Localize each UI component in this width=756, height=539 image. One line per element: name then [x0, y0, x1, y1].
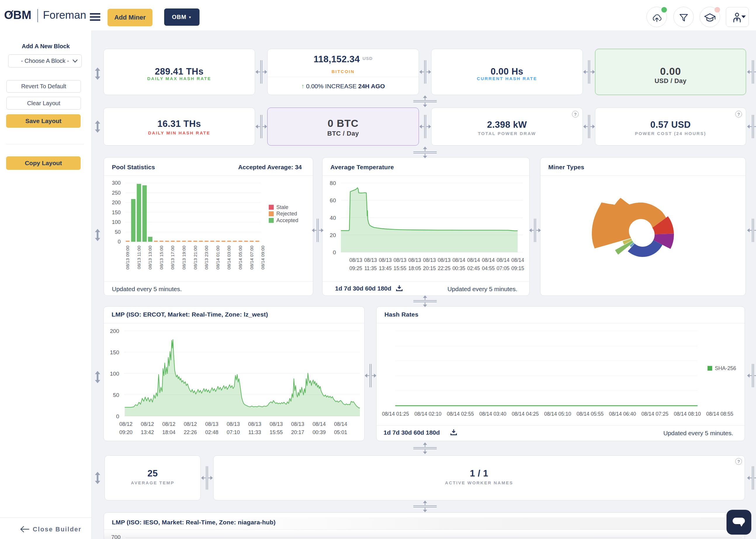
svg-text:08/13 13:00: 08/13 13:00	[148, 246, 153, 270]
svg-text:08/14: 08/14	[452, 257, 465, 263]
svg-text:150: 150	[112, 209, 121, 215]
svg-text:08/13 21:00: 08/13 21:00	[193, 246, 198, 270]
svg-text:22:25: 22:25	[438, 266, 451, 271]
svg-text:08/13: 08/13	[270, 421, 283, 427]
svg-text:250: 250	[112, 190, 121, 196]
svg-text:08/13: 08/13	[408, 257, 421, 263]
svg-text:08/13: 08/13	[248, 421, 261, 427]
svg-text:08/14 09:00: 08/14 09:00	[260, 246, 265, 270]
svg-text:0: 0	[116, 413, 119, 420]
svg-text:SHA-256: SHA-256	[715, 365, 736, 371]
svg-text:08/13: 08/13	[291, 421, 304, 427]
svg-text:09:15: 09:15	[512, 266, 524, 271]
svg-text:08/14: 08/14	[334, 421, 347, 427]
svg-text:08/14 06:40: 08/14 06:40	[609, 411, 636, 417]
svg-text:150: 150	[110, 349, 119, 355]
svg-text:Stale: Stale	[276, 204, 288, 210]
svg-text:08/12: 08/12	[119, 421, 132, 427]
svg-text:08/14: 08/14	[467, 257, 480, 263]
svg-text:20:17: 20:17	[291, 429, 304, 435]
svg-text:13:45: 13:45	[379, 266, 392, 271]
svg-text:08/13: 08/13	[227, 421, 240, 427]
svg-text:08/14 08:55: 08/14 08:55	[706, 411, 733, 417]
svg-text:08/14 01:25: 08/14 01:25	[382, 411, 409, 417]
svg-text:11:35: 11:35	[364, 266, 377, 271]
svg-text:08/13: 08/13	[393, 257, 406, 263]
svg-text:09:25: 09:25	[349, 266, 362, 271]
svg-text:08/13: 08/13	[205, 421, 218, 427]
svg-text:15:55: 15:55	[393, 266, 406, 271]
svg-text:100: 100	[110, 371, 119, 377]
svg-text:08/13 11:00: 08/13 11:00	[136, 246, 141, 269]
svg-text:20:15: 20:15	[423, 266, 436, 271]
svg-text:50: 50	[113, 392, 119, 398]
svg-text:08/13: 08/13	[364, 257, 377, 263]
svg-text:08/14 05:55: 08/14 05:55	[577, 411, 603, 417]
svg-text:07:10: 07:10	[227, 429, 240, 435]
svg-text:08/14: 08/14	[482, 257, 495, 263]
svg-text:08/14: 08/14	[512, 257, 524, 263]
svg-text:Rejected: Rejected	[276, 211, 297, 217]
svg-text:08/13: 08/13	[438, 257, 451, 263]
svg-text:02:45: 02:45	[467, 266, 480, 271]
svg-text:0: 0	[118, 239, 121, 245]
svg-text:08/13: 08/13	[423, 257, 436, 263]
svg-text:08/13 09:00: 08/13 09:00	[125, 246, 130, 270]
svg-text:08/13 17:00: 08/13 17:00	[170, 246, 175, 270]
svg-text:08/13: 08/13	[349, 257, 362, 263]
svg-text:08/14 02:10: 08/14 02:10	[415, 411, 442, 417]
svg-text:08/14: 08/14	[312, 421, 326, 427]
svg-text:08/14 07:00: 08/14 07:00	[249, 246, 254, 270]
svg-text:100: 100	[112, 219, 121, 225]
svg-text:04:55: 04:55	[482, 266, 495, 271]
svg-text:08/14 01:00: 08/14 01:00	[215, 246, 220, 270]
svg-text:08/14 04:25: 08/14 04:25	[512, 411, 539, 417]
svg-text:08/14 05:00: 08/14 05:00	[238, 246, 243, 270]
svg-text:08/13: 08/13	[379, 257, 392, 263]
svg-text:08/14 07:25: 08/14 07:25	[642, 411, 668, 417]
svg-text:22:26: 22:26	[184, 429, 197, 435]
svg-text:00:39: 00:39	[312, 429, 326, 435]
svg-text:08/14 05:10: 08/14 05:10	[544, 411, 571, 417]
svg-text:08/14 08:10: 08/14 08:10	[674, 411, 701, 417]
svg-text:200: 200	[110, 328, 119, 334]
svg-text:08/12: 08/12	[184, 421, 197, 427]
svg-text:80: 80	[330, 180, 336, 186]
svg-text:15:55: 15:55	[270, 429, 283, 435]
svg-text:300: 300	[112, 180, 121, 186]
svg-text:08/14 03:00: 08/14 03:00	[226, 246, 231, 270]
svg-text:02:48: 02:48	[205, 429, 218, 435]
svg-text:0: 0	[333, 249, 336, 256]
svg-text:08/14 03:40: 08/14 03:40	[479, 411, 507, 417]
svg-text:18:05: 18:05	[408, 266, 421, 271]
svg-text:09:20: 09:20	[119, 429, 132, 435]
svg-text:08/14: 08/14	[497, 257, 510, 263]
svg-text:50: 50	[115, 229, 121, 235]
svg-text:08/12: 08/12	[141, 421, 154, 427]
svg-text:18:04: 18:04	[162, 429, 175, 435]
svg-text:200: 200	[112, 200, 121, 205]
svg-text:Accepted: Accepted	[276, 217, 298, 223]
svg-text:20: 20	[330, 232, 336, 238]
svg-text:08/13 23:00: 08/13 23:00	[204, 246, 209, 270]
svg-text:00:35: 00:35	[452, 266, 465, 271]
svg-text:60: 60	[330, 197, 336, 203]
svg-text:40: 40	[330, 215, 336, 221]
svg-text:11:33: 11:33	[248, 429, 261, 435]
svg-text:13:42: 13:42	[141, 429, 154, 435]
svg-text:08/12: 08/12	[162, 421, 175, 427]
svg-text:08/13 15:00: 08/13 15:00	[159, 246, 164, 270]
svg-text:08/14 02:55: 08/14 02:55	[447, 411, 474, 417]
svg-text:05:01: 05:01	[334, 429, 347, 435]
svg-text:07:05: 07:05	[497, 266, 510, 271]
svg-text:08/13 19:00: 08/13 19:00	[181, 246, 186, 270]
